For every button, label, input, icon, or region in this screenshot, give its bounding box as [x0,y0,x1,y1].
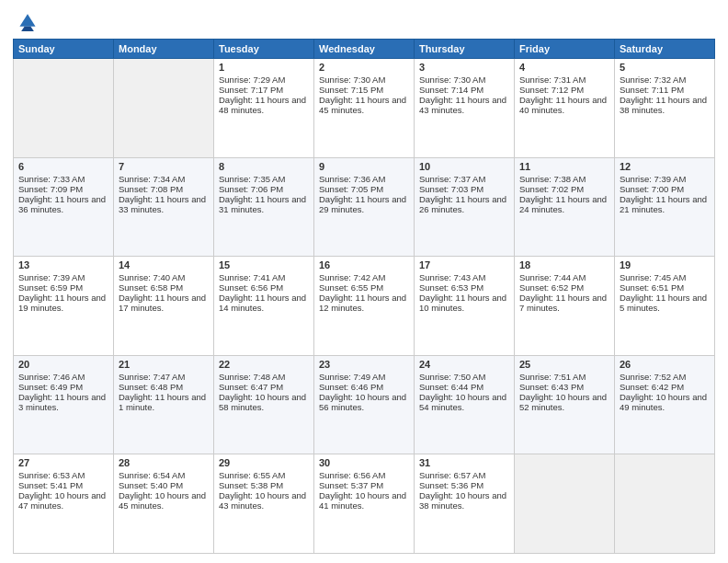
calendar-day-header: Thursday [415,40,515,59]
daylight-text: Daylight: 10 hours and 41 minutes. [319,490,409,511]
sunrise-text: Sunrise: 7:40 AM [119,272,209,282]
sunrise-text: Sunrise: 7:45 AM [620,272,710,282]
sunset-text: Sunset: 7:09 PM [18,184,108,194]
daylight-text: Daylight: 11 hours and 14 minutes. [219,293,309,313]
sunrise-text: Sunrise: 6:55 AM [219,470,309,480]
calendar-cell: 29Sunrise: 6:55 AMSunset: 5:38 PMDayligh… [214,454,314,554]
sunrise-text: Sunrise: 6:56 AM [319,470,409,480]
day-number: 14 [119,259,209,270]
calendar-cell [14,59,114,158]
daylight-text: Daylight: 10 hours and 56 minutes. [319,392,409,412]
sunset-text: Sunset: 6:56 PM [219,282,309,293]
daylight-text: Daylight: 10 hours and 52 minutes. [519,392,609,412]
sunset-text: Sunset: 6:52 PM [519,282,609,293]
calendar-cell: 21Sunrise: 7:47 AMSunset: 6:48 PMDayligh… [114,355,214,454]
sunset-text: Sunset: 7:15 PM [319,85,409,95]
day-number: 2 [319,62,409,73]
calendar-week-row: 6Sunrise: 7:33 AMSunset: 7:09 PMDaylight… [14,157,715,257]
daylight-text: Daylight: 10 hours and 38 minutes. [419,490,509,511]
sunset-text: Sunset: 6:51 PM [620,282,710,293]
calendar-day-header: Wednesday [314,40,415,59]
calendar-week-row: 1Sunrise: 7:29 AMSunset: 7:17 PMDaylight… [14,59,715,158]
daylight-text: Daylight: 10 hours and 47 minutes. [18,490,108,511]
sunset-text: Sunset: 7:02 PM [519,184,609,194]
sunset-text: Sunset: 7:05 PM [319,184,409,194]
sunset-text: Sunset: 7:00 PM [620,184,710,194]
sunrise-text: Sunrise: 7:35 AM [219,174,309,184]
sunset-text: Sunset: 5:36 PM [419,480,509,490]
day-number: 7 [119,161,209,172]
sunrise-text: Sunrise: 7:30 AM [419,75,509,85]
daylight-text: Daylight: 11 hours and 3 minutes. [18,392,108,412]
day-number: 15 [219,259,309,270]
sunset-text: Sunset: 7:12 PM [519,85,609,95]
day-number: 13 [18,259,108,270]
sunset-text: Sunset: 6:43 PM [519,382,609,392]
svg-marker-0 [19,14,35,27]
daylight-text: Daylight: 11 hours and 33 minutes. [119,194,209,214]
daylight-text: Daylight: 11 hours and 12 minutes. [319,293,409,313]
logo-icon [17,9,39,31]
day-number: 29 [219,457,309,468]
calendar-cell: 16Sunrise: 7:42 AMSunset: 6:55 PMDayligh… [314,257,415,356]
day-number: 19 [620,259,710,270]
calendar-cell: 23Sunrise: 7:49 AMSunset: 6:46 PMDayligh… [314,355,415,454]
day-number: 5 [620,62,710,73]
calendar-cell [114,59,214,158]
sunset-text: Sunset: 6:44 PM [419,382,509,392]
day-number: 12 [620,161,710,172]
calendar-cell: 31Sunrise: 6:57 AMSunset: 5:36 PMDayligh… [415,454,515,554]
day-number: 21 [119,359,209,370]
calendar-cell: 22Sunrise: 7:48 AMSunset: 6:47 PMDayligh… [214,355,314,454]
day-number: 28 [119,457,209,468]
sunrise-text: Sunrise: 7:39 AM [620,174,710,184]
daylight-text: Daylight: 11 hours and 38 minutes. [620,95,710,115]
day-number: 9 [319,161,409,172]
daylight-text: Daylight: 11 hours and 29 minutes. [319,194,409,214]
sunset-text: Sunset: 7:17 PM [219,85,309,95]
daylight-text: Daylight: 11 hours and 19 minutes. [18,293,108,313]
sunset-text: Sunset: 6:49 PM [18,382,108,392]
sunrise-text: Sunrise: 7:34 AM [119,174,209,184]
sunset-text: Sunset: 7:08 PM [119,184,209,194]
calendar-week-row: 13Sunrise: 7:39 AMSunset: 6:59 PMDayligh… [14,257,715,356]
sunset-text: Sunset: 6:53 PM [419,282,509,293]
calendar-cell: 8Sunrise: 7:35 AMSunset: 7:06 PMDaylight… [214,157,314,257]
calendar-cell: 9Sunrise: 7:36 AMSunset: 7:05 PMDaylight… [314,157,415,257]
calendar-cell: 30Sunrise: 6:56 AMSunset: 5:37 PMDayligh… [314,454,415,554]
calendar-cell: 18Sunrise: 7:44 AMSunset: 6:52 PMDayligh… [515,257,615,356]
sunrise-text: Sunrise: 7:49 AM [319,372,409,382]
sunset-text: Sunset: 5:37 PM [319,480,409,490]
day-number: 17 [419,259,509,270]
calendar-page: SundayMondayTuesdayWednesdayThursdayFrid… [0,0,728,563]
sunrise-text: Sunrise: 7:51 AM [519,372,609,382]
calendar-cell: 2Sunrise: 7:30 AMSunset: 7:15 PMDaylight… [314,59,415,158]
calendar-week-row: 20Sunrise: 7:46 AMSunset: 6:49 PMDayligh… [14,355,715,454]
daylight-text: Daylight: 11 hours and 31 minutes. [219,194,309,214]
day-number: 20 [18,359,108,370]
sunset-text: Sunset: 6:46 PM [319,382,409,392]
calendar-header-row: SundayMondayTuesdayWednesdayThursdayFrid… [14,40,715,59]
sunrise-text: Sunrise: 7:46 AM [18,372,108,382]
sunrise-text: Sunrise: 7:39 AM [18,272,108,282]
calendar-cell: 14Sunrise: 7:40 AMSunset: 6:58 PMDayligh… [114,257,214,356]
daylight-text: Daylight: 11 hours and 36 minutes. [18,194,108,214]
day-number: 22 [219,359,309,370]
calendar-cell: 1Sunrise: 7:29 AMSunset: 7:17 PMDaylight… [214,59,314,158]
sunset-text: Sunset: 5:38 PM [219,480,309,490]
calendar-cell: 17Sunrise: 7:43 AMSunset: 6:53 PMDayligh… [415,257,515,356]
sunrise-text: Sunrise: 7:48 AM [219,372,309,382]
calendar-cell: 13Sunrise: 7:39 AMSunset: 6:59 PMDayligh… [14,257,114,356]
calendar-cell: 20Sunrise: 7:46 AMSunset: 6:49 PMDayligh… [14,355,114,454]
sunset-text: Sunset: 7:11 PM [620,85,710,95]
svg-marker-1 [21,27,34,31]
sunset-text: Sunset: 6:55 PM [319,282,409,293]
daylight-text: Daylight: 11 hours and 24 minutes. [519,194,609,214]
day-number: 31 [419,457,509,468]
sunrise-text: Sunrise: 7:33 AM [18,174,108,184]
sunset-text: Sunset: 5:40 PM [119,480,209,490]
daylight-text: Daylight: 10 hours and 54 minutes. [419,392,509,412]
sunrise-text: Sunrise: 7:41 AM [219,272,309,282]
calendar-cell [615,454,715,554]
calendar-cell: 6Sunrise: 7:33 AMSunset: 7:09 PMDaylight… [14,157,114,257]
